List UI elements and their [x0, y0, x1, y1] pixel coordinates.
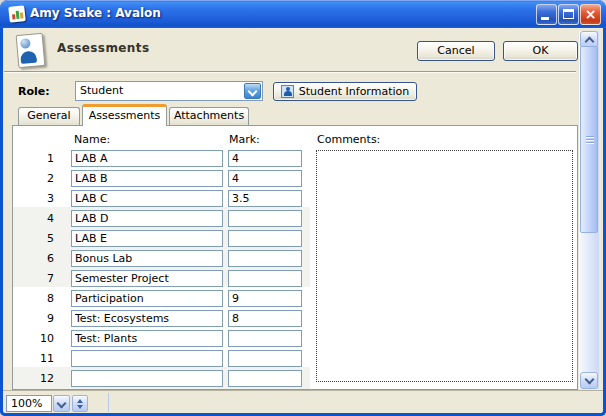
tab-attachments[interactable]: Attachments — [169, 107, 249, 125]
assessment-name-input[interactable] — [71, 350, 223, 367]
row-number: 10 — [14, 332, 54, 345]
comments-header: Comments: — [317, 133, 380, 146]
window-app-icon — [8, 5, 26, 23]
tab-general[interactable]: General — [18, 107, 80, 125]
assessment-mark-input[interactable] — [228, 190, 302, 207]
assessment-mark-input[interactable] — [228, 310, 302, 327]
assessment-mark-input[interactable] — [228, 290, 302, 307]
student-information-button[interactable]: Student Information — [273, 82, 417, 101]
assessment-name-input[interactable] — [71, 330, 223, 347]
assessment-mark-input[interactable] — [228, 350, 302, 367]
assessment-mark-input[interactable] — [228, 210, 302, 227]
minimize-icon — [541, 17, 549, 20]
page-title: Assessments — [57, 41, 149, 55]
close-icon: × — [581, 5, 600, 23]
chevron-down-icon[interactable] — [244, 83, 261, 99]
zoom-dropdown-button[interactable] — [53, 395, 70, 412]
assessment-name-input[interactable] — [71, 170, 223, 187]
name-column-header: Name: — [74, 133, 110, 146]
role-label: Role: — [18, 85, 50, 98]
role-select[interactable]: Student — [75, 81, 263, 101]
application-window: Amy Stake : Avalon × Assessments Cancel … — [0, 0, 606, 416]
assessment-name-input[interactable] — [71, 250, 223, 267]
zoom-level-field[interactable]: 100% — [6, 395, 52, 412]
assessment-name-input[interactable] — [71, 190, 223, 207]
assessment-name-input[interactable] — [71, 230, 223, 247]
close-button[interactable]: × — [580, 4, 601, 25]
assessment-mark-input[interactable] — [228, 250, 302, 267]
title-bar: Amy Stake : Avalon × — [0, 0, 606, 28]
row-number: 9 — [14, 312, 54, 325]
person-icon — [281, 85, 294, 98]
assessment-mark-input[interactable] — [228, 330, 302, 347]
header-divider-highlight — [4, 72, 576, 73]
spinner-up-icon — [77, 399, 83, 403]
minimize-button[interactable] — [536, 4, 557, 25]
window-title: Amy Stake : Avalon — [30, 0, 161, 27]
chevron-up-icon — [584, 37, 594, 47]
role-selected-value: Student — [80, 82, 123, 100]
assessment-mark-input[interactable] — [228, 150, 302, 167]
comments-textarea[interactable] — [316, 150, 573, 382]
row-number: 5 — [14, 232, 54, 245]
row-number: 1 — [14, 152, 54, 165]
row-number: 7 — [14, 272, 54, 285]
row-number: 8 — [14, 292, 54, 305]
status-bar: 100% — [3, 390, 603, 414]
ok-button[interactable]: OK — [503, 41, 578, 61]
mark-column-header: Mark: — [229, 133, 260, 146]
maximize-icon — [563, 9, 574, 19]
assessment-name-input[interactable] — [71, 370, 223, 387]
row-number: 6 — [14, 252, 54, 265]
maximize-button[interactable] — [558, 4, 579, 25]
row-number: 3 — [14, 192, 54, 205]
assessment-name-input[interactable] — [71, 270, 223, 287]
status-bar-divider — [108, 393, 109, 412]
assessments-person-card-icon — [16, 33, 46, 68]
row-number: 2 — [14, 172, 54, 185]
assessment-mark-input[interactable] — [228, 370, 302, 387]
assessment-mark-input[interactable] — [228, 170, 302, 187]
row-number: 12 — [14, 372, 54, 385]
zoom-control: 100% — [6, 395, 88, 412]
assessment-mark-input[interactable] — [228, 270, 302, 287]
spinner-down-icon — [77, 405, 83, 409]
assessment-name-input[interactable] — [71, 150, 223, 167]
chevron-down-icon — [57, 399, 67, 409]
assessment-name-input[interactable] — [71, 310, 223, 327]
student-information-label: Student Information — [299, 85, 409, 98]
cancel-button[interactable]: Cancel — [417, 41, 495, 61]
row-number: 11 — [14, 352, 54, 365]
assessment-name-input[interactable] — [71, 210, 223, 227]
row-number: 4 — [14, 212, 54, 225]
assessment-name-input[interactable] — [71, 290, 223, 307]
tab-assessments[interactable]: Assessments — [82, 104, 167, 126]
zoom-spinner[interactable] — [72, 395, 88, 412]
scrollbar-grip-icon — [586, 136, 594, 144]
assessment-mark-input[interactable] — [228, 230, 302, 247]
